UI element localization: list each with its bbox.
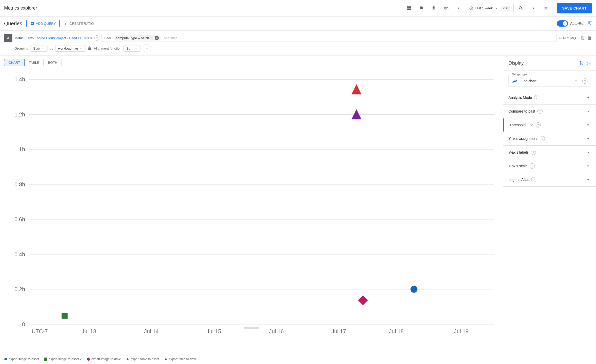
time-selector[interactable]: Last 1 week PDT bbox=[466, 4, 514, 13]
back-icon bbox=[456, 6, 461, 11]
section-analysis-mode-header[interactable]: Analysis Mode ? bbox=[503, 91, 596, 104]
top-nav: Metrics explorer bbox=[0, 0, 596, 17]
metric-help-icon[interactable]: ? bbox=[94, 35, 99, 41]
filter-section: Filter compute_type = batch ✕ Add filter bbox=[101, 34, 557, 42]
filter-chip[interactable]: compute_type = batch ✕ bbox=[113, 35, 161, 41]
link-icon-btn[interactable] bbox=[441, 3, 451, 13]
legend-item-export-image-to-asset-2: export-image-to-asset-2 bbox=[44, 357, 82, 361]
forward-icon-btn[interactable] bbox=[528, 3, 538, 13]
svg-text:0.6h: 0.6h bbox=[14, 216, 25, 223]
add-filter-text[interactable]: Add filter bbox=[163, 36, 177, 40]
chevron-down-y-labels bbox=[586, 150, 591, 155]
forward-icon bbox=[531, 6, 536, 11]
plus-square-icon bbox=[30, 21, 34, 26]
data-point-export-image-to-asset-2 bbox=[62, 313, 68, 319]
analysis-mode-help-icon[interactable]: ? bbox=[534, 95, 539, 100]
promql-button[interactable]: <> PROMQL bbox=[559, 36, 578, 40]
svg-rect-26 bbox=[44, 358, 47, 361]
legend-alias-help-icon[interactable]: ? bbox=[531, 177, 536, 182]
widget-type-help-icon[interactable]: ? bbox=[582, 78, 587, 84]
chart-legend: export-image-to-asset export-image-to-as… bbox=[0, 355, 503, 363]
auto-run-toggle[interactable] bbox=[557, 20, 568, 27]
section-legend-alias[interactable]: Legend Alias ? bbox=[503, 173, 596, 187]
back-icon-btn[interactable] bbox=[453, 3, 464, 13]
display-header: Display ⇅ ▷| bbox=[503, 56, 596, 70]
legend-item-export-table-to-drive: export-table-to-drive bbox=[164, 357, 197, 361]
alignment-func-select[interactable]: Sum bbox=[123, 45, 141, 52]
app-title: Metrics explorer bbox=[4, 5, 404, 11]
section-y-axis-assignment-header[interactable]: Y-axis assignment ? bbox=[503, 132, 596, 145]
section-y-axis-scale-header[interactable]: Y-axis scale ? bbox=[503, 159, 596, 173]
grid-icon-btn[interactable] bbox=[404, 3, 414, 13]
section-y-axis-labels-header[interactable]: Y-axis labels ? bbox=[503, 146, 596, 159]
metric-dropdown-arrow: ▾ bbox=[90, 36, 92, 40]
line-chart-icon bbox=[512, 78, 518, 84]
create-ratio-label: CREATE RATIO bbox=[69, 22, 94, 26]
section-y-axis-labels[interactable]: Y-axis labels ? bbox=[503, 146, 596, 159]
tab-both[interactable]: BOTH bbox=[44, 59, 62, 66]
auto-run-label: Auto-Run bbox=[570, 21, 585, 26]
download-icon bbox=[431, 6, 436, 11]
metric-selector[interactable]: Earth Engine Cloud Project - Used EECUs … bbox=[26, 36, 92, 40]
more-icon-btn[interactable] bbox=[540, 3, 551, 13]
chevron-down-analysis bbox=[586, 95, 591, 100]
copy-icon[interactable]: ⧉ bbox=[581, 35, 584, 41]
tab-table[interactable]: TABLE bbox=[25, 59, 44, 66]
y-axis-labels-help-icon[interactable]: ? bbox=[531, 150, 536, 155]
by-label: by bbox=[50, 46, 53, 50]
data-point-export-table-to-asset bbox=[351, 84, 362, 94]
grouping-func-select[interactable]: Sum bbox=[30, 45, 48, 52]
delete-query-icon[interactable]: 🗑 bbox=[587, 35, 592, 41]
filter-remove-btn[interactable]: ✕ bbox=[155, 36, 159, 40]
section-analysis-mode[interactable]: Analysis Mode ? bbox=[503, 91, 596, 105]
data-point-export-image-to-asset bbox=[410, 286, 417, 293]
chart-area: CHART TABLE BOTH 1.4h 1.2h 1h 0.8h 0.6h … bbox=[0, 56, 503, 363]
chevron-down-threshold bbox=[586, 122, 591, 128]
create-ratio-button[interactable]: CREATE RATIO bbox=[64, 21, 94, 26]
y-axis-scale-help-icon[interactable]: ? bbox=[530, 163, 535, 169]
add-grouping-button[interactable]: + bbox=[143, 44, 151, 52]
section-compare-to-past[interactable]: Compare to past ? bbox=[503, 105, 596, 118]
queries-row: Queries ADD QUERY CREATE RATIO Auto-Run … bbox=[0, 17, 596, 31]
threshold-active-bar bbox=[503, 118, 504, 132]
widget-type-value: Line chart bbox=[521, 79, 571, 83]
collapse-icon[interactable]: ⇱ bbox=[587, 20, 592, 27]
add-query-button[interactable]: ADD QUERY bbox=[26, 20, 60, 27]
flag-icon bbox=[419, 6, 424, 11]
chart-container: 1.4h 1.2h 1h 0.8h 0.6h 0.4h 0.2h 0 UTC-7… bbox=[0, 66, 503, 355]
svg-text:Jul 15: Jul 15 bbox=[207, 328, 221, 335]
tab-chart[interactable]: CHART bbox=[4, 59, 25, 66]
threshold-line-help-icon[interactable]: ? bbox=[536, 122, 541, 128]
filter-label: Filter bbox=[104, 36, 111, 40]
chart-svg: 1.4h 1.2h 1h 0.8h 0.6h 0.4h 0.2h 0 UTC-7… bbox=[4, 68, 499, 335]
panel-right-icon[interactable]: ▷| bbox=[586, 60, 591, 66]
clock-icon bbox=[469, 6, 473, 10]
section-legend-alias-header[interactable]: Legend Alias ? bbox=[503, 173, 596, 186]
svg-text:0: 0 bbox=[22, 321, 25, 328]
legend-triangle-up-purple bbox=[164, 358, 167, 361]
section-threshold-line-header[interactable]: Threshold Line ? bbox=[503, 118, 596, 132]
svg-text:Jul 14: Jul 14 bbox=[144, 328, 159, 335]
section-threshold-line[interactable]: Threshold Line ? bbox=[503, 118, 596, 132]
nav-icons: Last 1 week PDT bbox=[404, 3, 551, 13]
link-icon bbox=[444, 6, 449, 11]
y-axis-assignment-help-icon[interactable]: ? bbox=[540, 136, 545, 141]
display-header-icons: ⇅ ▷| bbox=[579, 60, 591, 66]
flag-icon-btn[interactable] bbox=[416, 3, 427, 13]
widget-type-select[interactable]: Line chart ? bbox=[512, 78, 587, 84]
svg-marker-28 bbox=[126, 358, 129, 360]
save-chart-button[interactable]: SAVE CHART bbox=[557, 3, 592, 13]
chevron-down-legend bbox=[586, 177, 591, 182]
grouping-field-select[interactable]: workload_tag bbox=[55, 45, 85, 52]
download-icon-btn[interactable] bbox=[429, 3, 439, 13]
time-selector-text: Last 1 week bbox=[475, 6, 493, 10]
search-icon-btn[interactable] bbox=[516, 3, 526, 13]
chevron-down-y-scale bbox=[586, 163, 591, 169]
delete-grouping-icon[interactable]: 🗑 bbox=[88, 46, 92, 51]
section-y-axis-assignment[interactable]: Y-axis assignment ? bbox=[503, 132, 596, 146]
expand-collapse-icon[interactable]: ⇅ bbox=[579, 60, 584, 66]
section-y-axis-scale[interactable]: Y-axis scale ? bbox=[503, 159, 596, 173]
svg-rect-27 bbox=[87, 358, 90, 361]
section-compare-to-past-header[interactable]: Compare to past ? bbox=[503, 105, 596, 118]
compare-to-past-help-icon[interactable]: ? bbox=[537, 109, 543, 114]
